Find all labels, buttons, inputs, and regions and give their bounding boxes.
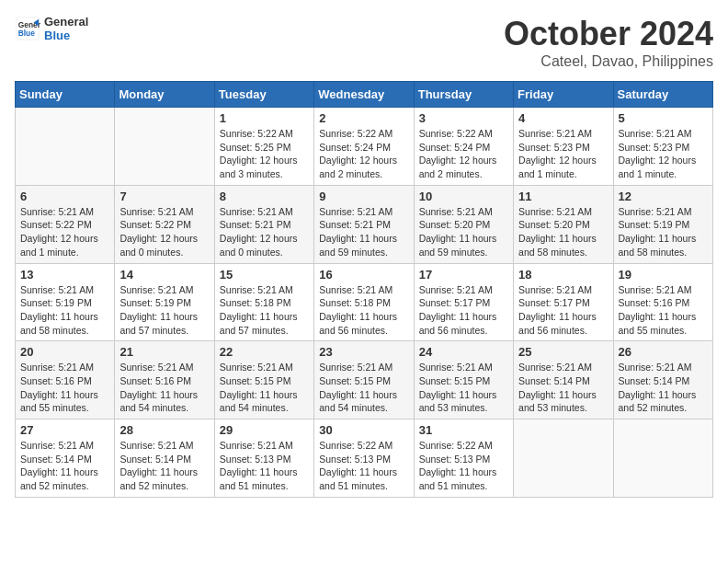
- day-number: 25: [518, 345, 608, 359]
- logo: General Blue General Blue: [15, 15, 88, 42]
- calendar-week-row: 13Sunrise: 5:21 AM Sunset: 5:19 PM Dayli…: [16, 263, 713, 341]
- day-info: Sunrise: 5:21 AM Sunset: 5:19 PM Dayligh…: [119, 283, 209, 338]
- day-number: 1: [220, 111, 309, 125]
- calendar-cell: 27Sunrise: 5:21 AM Sunset: 5:14 PM Dayli…: [16, 419, 115, 498]
- calendar-week-row: 20Sunrise: 5:21 AM Sunset: 5:16 PM Dayli…: [16, 341, 713, 419]
- calendar-cell: 31Sunrise: 5:22 AM Sunset: 5:13 PM Dayli…: [414, 419, 513, 498]
- calendar-cell: 5Sunrise: 5:21 AM Sunset: 5:23 PM Daylig…: [613, 108, 712, 186]
- day-info: Sunrise: 5:21 AM Sunset: 5:14 PM Dayligh…: [518, 361, 608, 415]
- calendar-week-row: 1Sunrise: 5:22 AM Sunset: 5:25 PM Daylig…: [16, 108, 713, 186]
- calendar-cell: 30Sunrise: 5:22 AM Sunset: 5:13 PM Dayli…: [314, 419, 414, 498]
- calendar-week-row: 6Sunrise: 5:21 AM Sunset: 5:22 PM Daylig…: [16, 185, 713, 263]
- calendar-cell: [613, 419, 712, 498]
- day-info: Sunrise: 5:21 AM Sunset: 5:19 PM Dayligh…: [20, 283, 109, 338]
- day-number: 29: [220, 423, 309, 437]
- logo-general: General: [44, 15, 88, 29]
- day-info: Sunrise: 5:21 AM Sunset: 5:16 PM Dayligh…: [619, 283, 708, 338]
- calendar-cell: 18Sunrise: 5:21 AM Sunset: 5:17 PM Dayli…: [514, 263, 613, 341]
- day-number: 17: [419, 268, 508, 282]
- calendar-cell: 9Sunrise: 5:21 AM Sunset: 5:21 PM Daylig…: [314, 185, 414, 263]
- day-info: Sunrise: 5:21 AM Sunset: 5:15 PM Dayligh…: [220, 361, 309, 415]
- day-number: 27: [20, 423, 109, 437]
- day-info: Sunrise: 5:21 AM Sunset: 5:18 PM Dayligh…: [319, 283, 408, 338]
- day-info: Sunrise: 5:21 AM Sunset: 5:21 PM Dayligh…: [220, 205, 309, 259]
- day-info: Sunrise: 5:22 AM Sunset: 5:24 PM Dayligh…: [419, 127, 508, 181]
- day-number: 30: [319, 423, 408, 437]
- day-number: 24: [419, 345, 508, 359]
- day-info: Sunrise: 5:21 AM Sunset: 5:15 PM Dayligh…: [419, 361, 508, 415]
- day-info: Sunrise: 5:22 AM Sunset: 5:13 PM Dayligh…: [319, 439, 408, 493]
- day-info: Sunrise: 5:21 AM Sunset: 5:17 PM Dayligh…: [419, 283, 508, 338]
- calendar-header-row: SundayMondayTuesdayWednesdayThursdayFrid…: [16, 82, 713, 108]
- calendar-cell: 14Sunrise: 5:21 AM Sunset: 5:19 PM Dayli…: [115, 263, 214, 341]
- day-number: 26: [619, 345, 708, 359]
- calendar-cell: 15Sunrise: 5:21 AM Sunset: 5:18 PM Dayli…: [214, 263, 313, 341]
- day-info: Sunrise: 5:21 AM Sunset: 5:14 PM Dayligh…: [619, 361, 708, 415]
- day-header-sunday: Sunday: [16, 82, 115, 108]
- calendar-cell: 1Sunrise: 5:22 AM Sunset: 5:25 PM Daylig…: [214, 108, 313, 186]
- day-number: 10: [419, 190, 508, 203]
- day-number: 12: [619, 190, 708, 203]
- day-info: Sunrise: 5:21 AM Sunset: 5:23 PM Dayligh…: [619, 127, 708, 181]
- calendar-cell: 2Sunrise: 5:22 AM Sunset: 5:24 PM Daylig…: [314, 108, 414, 186]
- calendar-cell: 3Sunrise: 5:22 AM Sunset: 5:24 PM Daylig…: [414, 108, 513, 186]
- day-header-tuesday: Tuesday: [214, 82, 313, 108]
- day-header-monday: Monday: [115, 82, 214, 108]
- calendar-cell: 4Sunrise: 5:21 AM Sunset: 5:23 PM Daylig…: [514, 108, 613, 186]
- calendar-cell: 17Sunrise: 5:21 AM Sunset: 5:17 PM Dayli…: [414, 263, 513, 341]
- day-number: 28: [119, 423, 209, 437]
- day-info: Sunrise: 5:21 AM Sunset: 5:23 PM Dayligh…: [518, 127, 608, 181]
- day-number: 31: [419, 423, 508, 437]
- calendar-cell: 6Sunrise: 5:21 AM Sunset: 5:22 PM Daylig…: [16, 185, 115, 263]
- day-number: 16: [319, 268, 408, 282]
- calendar-cell: [115, 108, 214, 186]
- day-info: Sunrise: 5:21 AM Sunset: 5:14 PM Dayligh…: [119, 439, 209, 493]
- day-info: Sunrise: 5:22 AM Sunset: 5:24 PM Dayligh…: [319, 127, 408, 181]
- calendar-cell: 19Sunrise: 5:21 AM Sunset: 5:16 PM Dayli…: [613, 263, 712, 341]
- month-title: October 2024: [504, 15, 713, 53]
- calendar-cell: 20Sunrise: 5:21 AM Sunset: 5:16 PM Dayli…: [16, 341, 115, 419]
- svg-text:Blue: Blue: [18, 29, 35, 38]
- location-title: Cateel, Davao, Philippines: [504, 53, 713, 70]
- day-number: 13: [20, 268, 109, 282]
- calendar-cell: 8Sunrise: 5:21 AM Sunset: 5:21 PM Daylig…: [214, 185, 313, 263]
- day-number: 2: [319, 111, 408, 125]
- day-number: 23: [319, 345, 408, 359]
- day-info: Sunrise: 5:22 AM Sunset: 5:13 PM Dayligh…: [419, 439, 508, 493]
- calendar-cell: 16Sunrise: 5:21 AM Sunset: 5:18 PM Dayli…: [314, 263, 414, 341]
- day-info: Sunrise: 5:21 AM Sunset: 5:16 PM Dayligh…: [20, 361, 109, 415]
- calendar-cell: [16, 108, 115, 186]
- day-number: 8: [220, 190, 309, 203]
- day-number: 3: [419, 111, 508, 125]
- calendar-cell: 11Sunrise: 5:21 AM Sunset: 5:20 PM Dayli…: [514, 185, 613, 263]
- logo-blue: Blue: [44, 29, 88, 42]
- day-number: 5: [619, 111, 708, 125]
- calendar-cell: 13Sunrise: 5:21 AM Sunset: 5:19 PM Dayli…: [16, 263, 115, 341]
- day-number: 21: [119, 345, 209, 359]
- day-info: Sunrise: 5:21 AM Sunset: 5:22 PM Dayligh…: [20, 205, 109, 259]
- calendar-table: SundayMondayTuesdayWednesdayThursdayFrid…: [15, 81, 713, 498]
- day-info: Sunrise: 5:21 AM Sunset: 5:19 PM Dayligh…: [619, 205, 708, 259]
- calendar-cell: 21Sunrise: 5:21 AM Sunset: 5:16 PM Dayli…: [115, 341, 214, 419]
- calendar-cell: 26Sunrise: 5:21 AM Sunset: 5:14 PM Dayli…: [613, 341, 712, 419]
- day-info: Sunrise: 5:21 AM Sunset: 5:14 PM Dayligh…: [20, 439, 109, 493]
- day-info: Sunrise: 5:21 AM Sunset: 5:18 PM Dayligh…: [220, 283, 309, 338]
- calendar-cell: 23Sunrise: 5:21 AM Sunset: 5:15 PM Dayli…: [314, 341, 414, 419]
- day-number: 9: [319, 190, 408, 203]
- day-info: Sunrise: 5:21 AM Sunset: 5:16 PM Dayligh…: [119, 361, 209, 415]
- day-info: Sunrise: 5:21 AM Sunset: 5:20 PM Dayligh…: [419, 205, 508, 259]
- calendar-cell: 24Sunrise: 5:21 AM Sunset: 5:15 PM Dayli…: [414, 341, 513, 419]
- logo-icon: General Blue: [15, 16, 40, 41]
- day-number: 6: [20, 190, 109, 203]
- calendar-cell: 25Sunrise: 5:21 AM Sunset: 5:14 PM Dayli…: [514, 341, 613, 419]
- day-number: 4: [518, 111, 608, 125]
- day-header-saturday: Saturday: [613, 82, 712, 108]
- day-info: Sunrise: 5:21 AM Sunset: 5:13 PM Dayligh…: [220, 439, 309, 493]
- calendar-cell: [514, 419, 613, 498]
- calendar-cell: 29Sunrise: 5:21 AM Sunset: 5:13 PM Dayli…: [214, 419, 313, 498]
- day-info: Sunrise: 5:21 AM Sunset: 5:15 PM Dayligh…: [319, 361, 408, 415]
- title-section: October 2024 Cateel, Davao, Philippines: [504, 15, 713, 70]
- page-header: General Blue General Blue October 2024 C…: [15, 15, 713, 70]
- calendar-cell: 7Sunrise: 5:21 AM Sunset: 5:22 PM Daylig…: [115, 185, 214, 263]
- calendar-cell: 28Sunrise: 5:21 AM Sunset: 5:14 PM Dayli…: [115, 419, 214, 498]
